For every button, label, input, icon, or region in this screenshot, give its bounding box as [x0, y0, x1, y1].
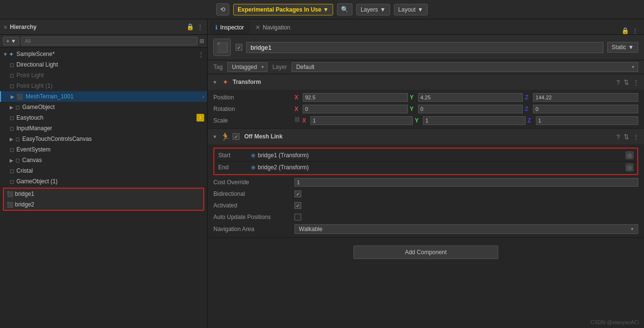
inspector-lock-icon[interactable]: 🔒	[621, 27, 629, 34]
scale-row: Scale ⛓ X Y Z	[208, 115, 644, 126]
hierarchy-item-easytouch[interactable]: ◻ Easytouch !	[0, 112, 207, 123]
position-z-label: Z	[525, 94, 532, 101]
off-mesh-link-enabled-checkbox[interactable]	[233, 133, 239, 140]
scene-label: SampleScene*	[16, 51, 55, 57]
hierarchy-item-directional-light[interactable]: ◻ Directional Light	[0, 59, 207, 70]
position-label: Position	[213, 94, 291, 101]
layers-label: Layers	[361, 6, 378, 13]
layers-arrow-icon: ▼	[380, 6, 386, 13]
easytouch-badge: !	[196, 114, 204, 122]
position-axis-group: X Y Z	[294, 93, 638, 102]
hierarchy-item-gameobject1[interactable]: ◻ GameObject (1)	[0, 176, 207, 187]
scene-options-icon[interactable]: ⋮	[198, 51, 204, 58]
transform-help-icon[interactable]: ?	[616, 79, 620, 86]
tab-inspector[interactable]: ℹ Inspector	[210, 21, 250, 34]
layer-dropdown-wrap[interactable]: Default	[292, 62, 638, 72]
object-enabled-checkbox[interactable]	[236, 44, 242, 51]
scale-axis-group: ⛓ X Y Z	[294, 116, 638, 125]
position-row: Position X Y Z	[208, 92, 644, 103]
rotation-y-input[interactable]	[418, 105, 523, 113]
hierarchy-item-bridge2[interactable]: ⬛ bridge2	[4, 199, 203, 210]
tag-label: Tag	[213, 64, 223, 70]
hierarchy-item-mesh-terrain[interactable]: ▶ ⬛ MeshTerrain_1001 ›	[0, 91, 207, 102]
tag-select[interactable]: Untagged	[227, 62, 267, 72]
hierarchy-panel: ≡ Hierarchy 🔒 ⋮ + ▼ ⊞ ▼ ✦ SampleScene* ⋮…	[0, 19, 208, 328]
search-toolbar-button[interactable]: 🔍	[337, 3, 352, 15]
object-icon-box: ⬛	[213, 39, 231, 56]
transform-header[interactable]: ▼ ✦ Transform ? ⇅ ⋮	[208, 74, 644, 90]
position-x-field: X	[294, 93, 408, 102]
bidirectional-checkbox[interactable]	[294, 191, 301, 197]
rotation-x-input[interactable]	[303, 105, 408, 113]
cost-override-input[interactable]	[294, 178, 638, 187]
nav-area-select[interactable]: Walkable	[294, 224, 638, 234]
hierarchy-item-bridge1[interactable]: ⬛ bridge1	[4, 189, 203, 199]
gameobject1-icon: ◻	[10, 178, 14, 185]
inspector-more-icon[interactable]: ⋮	[632, 27, 638, 34]
hierarchy-item-cristal[interactable]: ◻ Cristal	[0, 165, 207, 176]
directional-light-label: Directional Light	[16, 61, 58, 68]
hierarchy-search-input[interactable]	[21, 37, 197, 45]
layer-select[interactable]: Default	[292, 62, 638, 72]
transform-more-icon[interactable]: ⋮	[633, 79, 639, 86]
scale-z-label: Z	[528, 117, 534, 124]
position-z-input[interactable]	[533, 93, 638, 102]
hierarchy-menu-icon: ≡	[4, 24, 7, 30]
scale-x-input[interactable]	[310, 116, 413, 125]
layout-button[interactable]: Layout ▼	[394, 4, 428, 15]
hierarchy-lock-icon[interactable]: 🔒	[186, 23, 194, 30]
hierarchy-title: Hierarchy	[10, 24, 36, 30]
easytouch-icon: ◻	[10, 115, 14, 121]
bidirectional-label: Bidirectional	[213, 191, 291, 197]
layers-button[interactable]: Layers ▼	[356, 4, 390, 15]
tag-dropdown-wrap[interactable]: Untagged	[227, 62, 267, 72]
off-mesh-link-adjust-icon[interactable]: ⇅	[624, 133, 629, 140]
tab-navigation[interactable]: ✕ Navigation	[250, 21, 296, 34]
off-mesh-link-help-icon[interactable]: ?	[616, 133, 620, 140]
start-transform-icon: ⊕	[251, 152, 255, 159]
eventsystem-label: EventSystem	[16, 146, 51, 153]
end-target-button[interactable]: ◎	[626, 164, 633, 171]
history-button[interactable]: ⟲	[216, 3, 229, 15]
cost-override-label: Cost Override	[213, 179, 291, 186]
start-target-button[interactable]: ◎	[626, 151, 633, 159]
hierarchy-more-icon[interactable]: ⋮	[197, 23, 203, 30]
start-label: Start	[218, 152, 247, 159]
scale-y-input[interactable]	[423, 116, 525, 125]
auto-update-checkbox[interactable]	[294, 214, 301, 220]
hierarchy-item-point-light-1[interactable]: ◻ Point Light	[0, 70, 207, 81]
position-y-input[interactable]	[418, 93, 523, 102]
static-button[interactable]: Static ▼	[607, 42, 638, 53]
inspector-tab-label: Inspector	[220, 24, 244, 31]
hierarchy-item-easytouchcontrols[interactable]: ▶ ◻ EasyTouchControlsCanvas	[0, 134, 207, 144]
gameobject-arrow-icon: ▶	[10, 105, 14, 110]
search-expand-icon[interactable]: ⊞	[199, 38, 204, 44]
scale-z-input[interactable]	[536, 116, 638, 125]
layout-arrow-icon: ▼	[418, 6, 423, 13]
easytouchcontrols-arrow-icon: ▶	[10, 137, 14, 142]
hierarchy-item-gameobject[interactable]: ▶ ◻ GameObject	[0, 102, 207, 112]
rotation-z-field: Z	[525, 105, 638, 113]
scale-z-field: Z	[528, 116, 638, 125]
transform-adjust-icon[interactable]: ⇅	[624, 79, 629, 86]
rotation-z-input[interactable]	[533, 105, 638, 113]
off-mesh-link-more-icon[interactable]: ⋮	[633, 133, 639, 140]
cristal-label: Cristal	[16, 167, 33, 174]
experimental-packages-button[interactable]: Experimental Packages In Use ▼	[233, 4, 333, 15]
hierarchy-item-eventsystem[interactable]: ◻ EventSystem	[0, 144, 207, 155]
hierarchy-item-canvas[interactable]: ▶ ◻ Canvas	[0, 155, 207, 165]
off-mesh-link-header[interactable]: ▼ 🏃 Off Mesh Link ? ⇅ ⋮	[208, 129, 644, 144]
add-hierarchy-button[interactable]: + ▼	[3, 37, 19, 45]
nav-area-dropdown-wrap[interactable]: Walkable	[294, 224, 638, 234]
hierarchy-item-inputmanager[interactable]: ◻ InputManager	[0, 123, 207, 134]
hierarchy-scene-item[interactable]: ▼ ✦ SampleScene* ⋮	[0, 49, 207, 59]
add-component-button[interactable]: Add Component	[353, 246, 498, 259]
scale-y-label: Y	[415, 117, 421, 124]
position-x-input[interactable]	[303, 93, 408, 102]
hierarchy-item-point-light-2[interactable]: ◻ Point Light (1)	[0, 81, 207, 91]
object-name-input[interactable]	[246, 42, 603, 53]
auto-update-row: Auto Update Positions	[208, 211, 644, 223]
activated-checkbox[interactable]	[294, 202, 301, 209]
point-light-2-icon: ◻	[10, 83, 14, 89]
rotation-y-field: Y	[410, 105, 523, 113]
